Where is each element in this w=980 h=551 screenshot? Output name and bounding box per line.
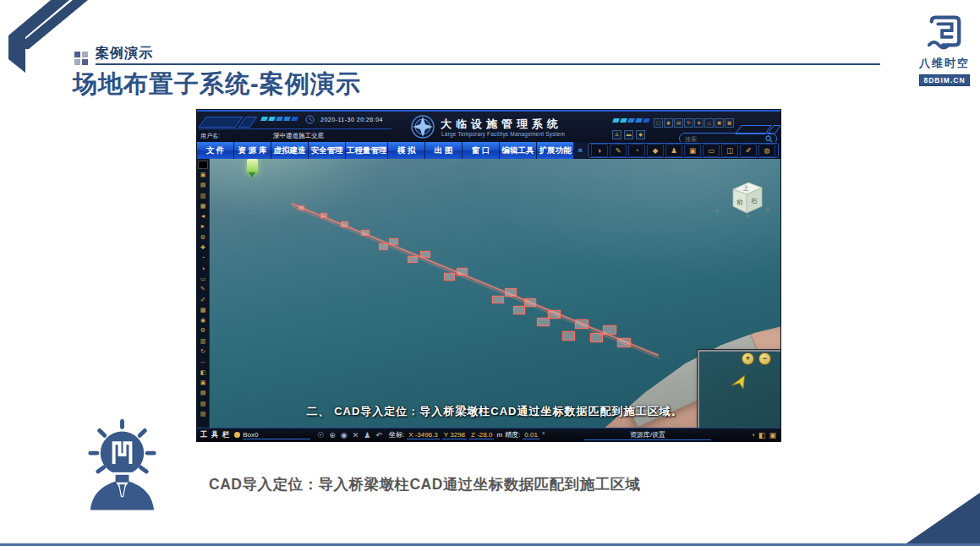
- compass-arrow-icon[interactable]: ✛: [745, 213, 750, 220]
- trash-icon[interactable]: ▨: [199, 410, 207, 417]
- doc-icon[interactable]: ▤: [199, 389, 207, 396]
- select-icon[interactable]: ▣: [199, 171, 207, 178]
- box-icon[interactable]: ▩: [199, 306, 207, 314]
- cad-pier-marker: [298, 205, 304, 210]
- axes-icon[interactable]: ⊕: [329, 431, 336, 439]
- visibility-icon[interactable]: ◉: [341, 431, 348, 439]
- view-cube-top-label: 上: [743, 185, 749, 191]
- menu-item[interactable]: 窗 口: [463, 142, 500, 159]
- resource-path[interactable]: 资源库/设置: [584, 430, 711, 440]
- eye-icon[interactable]: ◉: [664, 118, 673, 128]
- menu-item[interactable]: 文 件: [197, 142, 234, 159]
- statusbar-right-icons: ◔ ◧ ▣: [751, 431, 776, 439]
- import-icon[interactable]: ▦: [199, 202, 207, 210]
- orbit-icon[interactable]: ◑: [199, 265, 207, 272]
- window-icon[interactable]: ▣: [769, 431, 776, 439]
- menu-item[interactable]: 工程量管理: [346, 142, 388, 159]
- panel-icon[interactable]: ◧: [758, 431, 766, 439]
- plumb-icon[interactable]: ◆: [647, 144, 664, 157]
- compass-arrow-icon[interactable]: ✛: [765, 206, 770, 213]
- lamp-icon[interactable]: ☉: [317, 431, 324, 439]
- toolbar-swatch: [198, 161, 208, 169]
- grid-icon[interactable]: ▦: [725, 118, 734, 128]
- idea-person-icon: [82, 419, 162, 510]
- cad-pier-marker: [575, 319, 589, 329]
- quick-icon-row: ♙ ▬ ◆: [612, 130, 645, 139]
- company-logo: 八维时空 8DBIM.CN: [912, 12, 977, 86]
- menu-item[interactable]: 模 拟: [388, 142, 425, 159]
- monitor-icon[interactable]: ◫: [721, 144, 738, 157]
- forward-icon[interactable]: ►: [199, 222, 207, 230]
- screen-icon[interactable]: ▭: [199, 275, 207, 282]
- truck-icon[interactable]: ▭: [703, 144, 720, 157]
- cad-pier-marker: [562, 331, 575, 341]
- snapshot-icon[interactable]: ▣: [199, 379, 207, 386]
- gem-icon[interactable]: ◈: [694, 118, 704, 128]
- cad-pier-marker: [420, 251, 430, 258]
- avatar-icon[interactable]: ♙: [612, 130, 621, 139]
- app-window: 2020-11-30 20:26:04 用户名: 深中通道施工交底 大临设施管理…: [197, 110, 780, 441]
- grid-icon[interactable]: ▥: [199, 337, 207, 345]
- green-beacon-marker: [247, 159, 258, 174]
- undo-icon[interactable]: ↶: [375, 431, 382, 439]
- view-toggle-icon[interactable]: ▢: [654, 118, 663, 128]
- toolbar-label: 工 具 栏: [200, 430, 230, 440]
- worker-icon[interactable]: ♟: [665, 144, 682, 157]
- gear-icon[interactable]: ⚙: [199, 233, 207, 241]
- coord-z-value: Z -28.0: [469, 431, 494, 439]
- delete-icon[interactable]: ✕: [353, 431, 359, 439]
- coord-label: 坐标:: [389, 430, 404, 439]
- pencil-icon[interactable]: ✎: [610, 144, 627, 157]
- menu-item[interactable]: 编辑工具: [500, 142, 537, 159]
- camera-icon[interactable]: ▣: [684, 144, 701, 157]
- pen-icon[interactable]: ✐: [740, 144, 757, 157]
- minimap-zoom-in-button[interactable]: +: [742, 352, 754, 365]
- folder-icon[interactable]: ▤: [199, 181, 207, 188]
- layers-icon[interactable]: ▤: [674, 118, 683, 128]
- box-name-field-wrap: [243, 431, 310, 439]
- boat-icon[interactable]: ◗: [591, 144, 608, 157]
- app-title: 大临设施管理系统: [441, 117, 562, 132]
- viewport-3d[interactable]: ▣ ▤ ▥ ▦ ◄ ► ⚙ ✚ ◔ ◑ ▭ ✎ ✐ ▩ ◉ ⚙ ▥ ↻ ↔ ◧ …: [197, 159, 780, 428]
- panel-icon[interactable]: ▣: [714, 118, 724, 128]
- gauge-icon[interactable]: ◔: [628, 144, 645, 157]
- rotate-icon[interactable]: ↻: [684, 118, 693, 128]
- collapse-menu-button[interactable]: «: [574, 142, 586, 159]
- bar-icon[interactable]: ▬: [624, 130, 633, 139]
- cad-pier-marker: [389, 238, 398, 245]
- menu-item[interactable]: 扩展功能: [537, 142, 574, 159]
- flag-icon[interactable]: ◆: [636, 130, 645, 139]
- menu-item[interactable]: 资 源 库: [234, 142, 271, 159]
- bottom-divider-line: [0, 543, 980, 546]
- statusbar-icons: ☉ ⊕ ◉ ✕ ♟ ↶: [317, 431, 382, 439]
- sync-icon[interactable]: ↻: [199, 347, 207, 355]
- cad-pier-marker: [444, 273, 455, 281]
- brush-icon[interactable]: ✎: [199, 285, 207, 292]
- menu-item[interactable]: 安全管理: [309, 142, 346, 159]
- settings-icon[interactable]: ⚙: [199, 326, 207, 334]
- menu-item[interactable]: 虚拟建造: [271, 142, 309, 159]
- view-cube[interactable]: 上 前 右: [725, 181, 764, 216]
- box-name-input[interactable]: [243, 431, 310, 439]
- minimap-zoom-out-button[interactable]: −: [758, 352, 771, 365]
- clock-icon[interactable]: ◔: [751, 431, 755, 439]
- triangle-icon[interactable]: △: [704, 118, 714, 128]
- alarm-icon[interactable]: ◍: [758, 144, 775, 157]
- walk-icon[interactable]: ◧: [199, 368, 207, 376]
- header-decoration: [735, 125, 772, 134]
- cad-pier-marker: [603, 325, 616, 335]
- point-icon[interactable]: ◉: [199, 316, 207, 324]
- copy-icon[interactable]: ▥: [199, 192, 207, 199]
- datetime: 2020-11-30 20:26:04: [320, 117, 383, 123]
- menu-item[interactable]: 出 图: [425, 142, 463, 159]
- avatar-icon[interactable]: ♟: [364, 431, 370, 439]
- coordinates-readout: 坐标: X -3496.3 Y 3298 Z -28.0 m 精度: 0.01 …: [389, 430, 545, 439]
- header-dash: [260, 117, 268, 121]
- add-icon[interactable]: ✚: [199, 243, 207, 251]
- paint-icon[interactable]: ✐: [199, 296, 207, 303]
- doc2-icon[interactable]: ▧: [199, 400, 207, 407]
- rotate-view-icon[interactable]: ◔: [199, 254, 207, 261]
- compass-arrow-icon[interactable]: ✛: [714, 208, 720, 215]
- pan-icon[interactable]: ↔: [199, 357, 207, 365]
- back-icon[interactable]: ◄: [199, 212, 207, 220]
